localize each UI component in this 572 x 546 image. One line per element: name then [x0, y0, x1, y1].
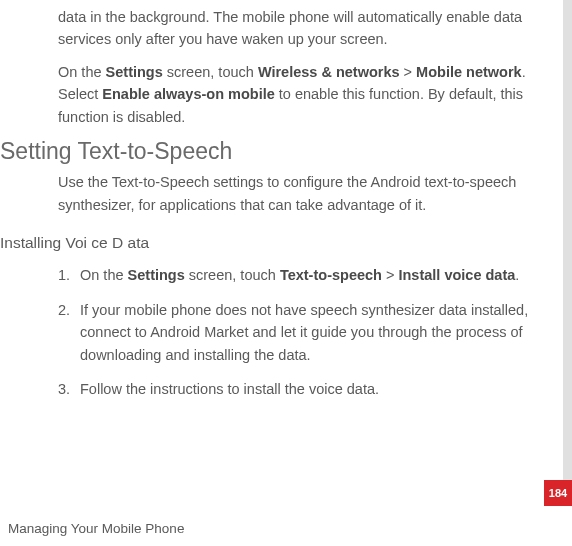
- settings-label: Settings: [128, 267, 185, 283]
- intro-para-1: data in the background. The mobile phone…: [58, 6, 532, 51]
- text: On the: [58, 64, 106, 80]
- text: >: [400, 64, 417, 80]
- page-content: data in the background. The mobile phone…: [0, 0, 572, 546]
- text: screen, touch: [163, 64, 258, 80]
- step-3: Follow the instructions to install the v…: [58, 378, 532, 400]
- step-1: On the Settings screen, touch Text-to-sp…: [58, 264, 532, 286]
- intro-para-2: On the Settings screen, touch Wireless &…: [58, 61, 532, 128]
- heading-installing-voice-data: Installing Voi ce D ata: [0, 234, 532, 252]
- install-voice-data-label: Install voice data: [398, 267, 515, 283]
- text: screen, touch: [185, 267, 280, 283]
- footer-text: Managing Your Mobile Phone: [8, 521, 184, 536]
- page-number-tab: 184: [544, 480, 572, 506]
- wireless-networks-label: Wireless & networks: [258, 64, 400, 80]
- text: .: [515, 267, 519, 283]
- heading-text-to-speech: Setting Text-to-Speech: [0, 138, 532, 165]
- text-to-speech-label: Text-to-speech: [280, 267, 382, 283]
- step-2: If your mobile phone does not have speec…: [58, 299, 532, 366]
- enable-always-on-label: Enable always-on mobile: [102, 86, 274, 102]
- text: >: [382, 267, 399, 283]
- page-number: 184: [549, 487, 567, 499]
- settings-label: Settings: [106, 64, 163, 80]
- intro-block: data in the background. The mobile phone…: [58, 6, 532, 128]
- tts-description: Use the Text-to-Speech settings to confi…: [58, 171, 532, 216]
- steps-list: On the Settings screen, touch Text-to-sp…: [58, 264, 532, 400]
- text: On the: [80, 267, 128, 283]
- mobile-network-label: Mobile network: [416, 64, 522, 80]
